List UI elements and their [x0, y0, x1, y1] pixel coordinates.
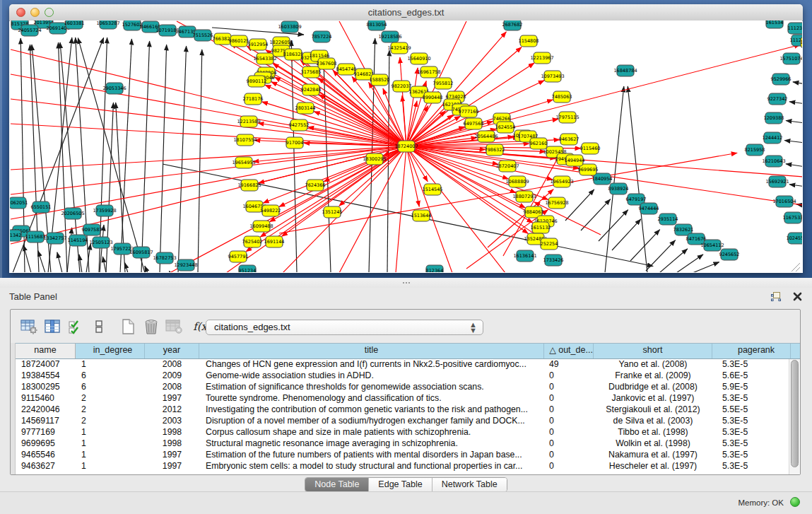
tab-edge-table[interactable]: Edge Table [368, 478, 431, 491]
select-all-icon[interactable] [66, 317, 86, 337]
table-row[interactable]: 2242004622012Investigating the contribut… [16, 404, 789, 415]
scrollbar-thumb[interactable] [791, 360, 799, 467]
network-node[interactable]: 18300295 [363, 153, 386, 165]
network-edge[interactable] [160, 45, 167, 272]
network-edge[interactable] [141, 41, 150, 272]
network-node[interactable]: 17016504 [772, 196, 796, 207]
network-node[interactable]: 9463627 [559, 134, 579, 145]
table-row[interactable]: 977716911998Corpus callosum shape and si… [16, 426, 789, 438]
network-node[interactable]: 18807293 [512, 191, 536, 202]
table-row[interactable]: 1938455462009Genome-wide association stu… [16, 370, 789, 381]
create-column-icon[interactable] [118, 317, 138, 337]
network-node[interactable]: 9457791 [228, 251, 249, 262]
network-node[interactable]: 1733426 [543, 255, 564, 266]
tab-node-table[interactable]: Node Table [305, 478, 368, 491]
network-node[interactable]: 18720407 [495, 160, 519, 172]
network-node[interactable]: 962160 [530, 138, 548, 149]
network-node[interactable]: 14325419 [387, 42, 411, 54]
network-node[interactable]: 19654923 [550, 176, 573, 187]
network-node[interactable]: 2062051 [10, 197, 28, 209]
network-edge[interactable] [693, 262, 719, 272]
network-node[interactable]: 12213589 [237, 116, 260, 127]
network-node[interactable]: 10688809 [505, 176, 529, 187]
network-node[interactable]: 1588520 [370, 74, 390, 86]
network-node[interactable]: 1527602 [122, 21, 143, 30]
network-edge[interactable] [630, 230, 660, 261]
network-node[interactable]: 3175685 [301, 66, 322, 78]
network-window-titlebar[interactable]: citations_edges.txt [9, 4, 803, 21]
table-row[interactable]: 969969511998Structural magnetic resonanc… [16, 438, 789, 449]
table-row[interactable]: 1872400712008Changes of HCN gene express… [16, 358, 789, 370]
network-edge[interactable] [581, 199, 611, 230]
network-node[interactable]: 1209388 [764, 112, 784, 124]
network-node[interactable]: 16782753 [153, 252, 176, 264]
network-node[interactable]: 9245652 [719, 249, 740, 260]
network-node[interactable]: 5498222 [261, 205, 281, 216]
network-node[interactable]: 8813054 [367, 21, 387, 30]
network-node[interactable]: 10973493 [541, 71, 564, 82]
network-node[interactable]: 16095817 [129, 247, 153, 258]
network-canvas[interactable]: 8153282013954240557242069140616033811065… [10, 21, 802, 272]
network-edge[interactable] [786, 121, 802, 124]
network-edge[interactable] [78, 38, 145, 272]
network-node[interactable]: 19218586 [378, 31, 401, 42]
network-node[interactable]: 16210643 [762, 156, 785, 167]
float-panel-icon[interactable] [770, 290, 782, 303]
network-node[interactable]: 2367608 [317, 58, 337, 69]
network-node[interactable]: 8990448 [423, 92, 443, 103]
memory-status-indicator[interactable] [790, 497, 800, 507]
network-edge[interactable] [789, 102, 802, 105]
network-node[interactable]: 2935114 [658, 214, 678, 225]
network-node[interactable]: 1244412 [763, 132, 783, 144]
network-node[interactable]: 9529966 [771, 74, 792, 85]
network-node[interactable]: 7955812 [433, 78, 454, 89]
network-node[interactable]: 1145194 [68, 235, 88, 246]
network-edge[interactable] [279, 146, 406, 206]
table-row[interactable]: 1830029562008Estimation of significance … [16, 381, 789, 392]
table-row[interactable]: 946554611997Estimation of the future num… [16, 449, 789, 460]
network-node[interactable]: 6497568 [464, 118, 484, 129]
network-node[interactable]: 19654955 [232, 157, 255, 168]
network-node[interactable]: 1624554 [495, 122, 516, 133]
network-edge[interactable] [67, 228, 72, 272]
network-node[interactable]: 10653287 [96, 21, 119, 29]
network-node[interactable]: 18107554 [233, 134, 257, 146]
network-node[interactable]: 15640910 [407, 53, 430, 64]
network-node[interactable]: 9115460 [580, 143, 601, 154]
network-edge[interactable] [565, 189, 594, 221]
network-node[interactable]: 1513644 [411, 210, 432, 221]
network-node[interactable]: 1154808 [519, 35, 539, 47]
column-header-year[interactable]: year [145, 344, 199, 358]
network-node[interactable]: 8938924 [608, 183, 629, 194]
network-node[interactable]: 16961758 [417, 66, 440, 78]
network-node[interactable]: 1615132 [531, 222, 551, 233]
network-node[interactable]: 391342 [10, 230, 21, 241]
table-selector-dropdown[interactable]: citations_edges.txt ▲▼ [206, 320, 483, 335]
column-header-out_de[interactable]: △ out_de... [544, 344, 594, 358]
network-edge[interactable] [406, 146, 452, 272]
table-mode-icon[interactable] [19, 317, 39, 337]
network-node[interactable]: 29053346 [102, 83, 126, 94]
network-edge[interactable] [57, 252, 62, 272]
network-node[interactable]: 917004 [286, 137, 304, 148]
network-edge[interactable] [198, 49, 202, 272]
network-node[interactable]: 2687682 [502, 21, 523, 30]
column-header-pagerank[interactable]: pagerank [712, 344, 791, 358]
network-node[interactable]: 1603381 [64, 21, 85, 29]
network-node[interactable]: 9242848 [301, 84, 322, 95]
network-node[interactable]: 16033809 [278, 21, 301, 33]
network-node[interactable]: 252254 [541, 238, 558, 250]
network-node[interactable]: 2803144 [295, 103, 316, 114]
network-edge[interactable] [784, 140, 802, 144]
network-edge[interactable] [646, 240, 676, 271]
network-node[interactable]: 16756928 [545, 197, 568, 209]
network-node[interactable]: 812364 [426, 265, 444, 272]
network-node[interactable]: 7515526 [193, 30, 213, 41]
network-node[interactable]: 161544 [801, 37, 802, 48]
network-node[interactable]: 6550151 [31, 201, 52, 213]
network-node[interactable]: 16099488 [249, 221, 273, 232]
network-edge[interactable] [793, 82, 802, 85]
network-node[interactable]: 7986322 [485, 144, 505, 156]
network-node[interactable]: 5912954 [248, 39, 269, 50]
network-node[interactable]: 1115683 [25, 231, 46, 243]
